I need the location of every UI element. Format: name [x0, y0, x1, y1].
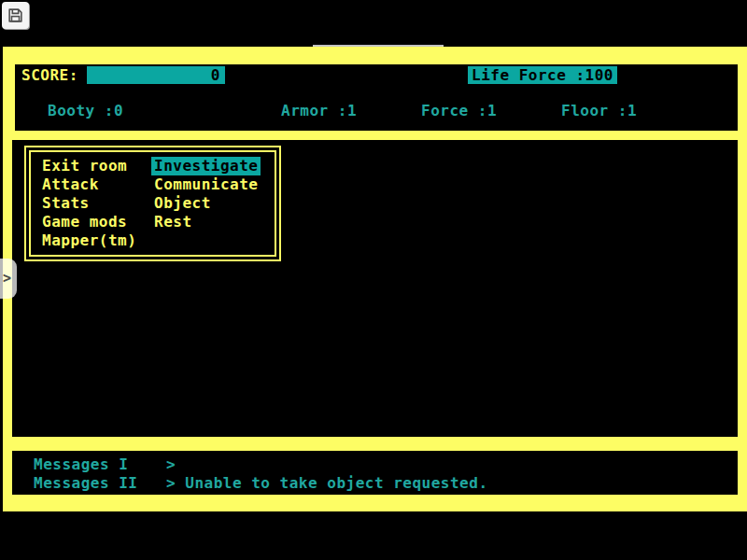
menu-box-inner-border: Exit room Attack Stats Game mods Mapper(… [29, 150, 276, 257]
game-screen: ßßß Bones ßßß SCORE: 0 Life Force :100 B… [0, 0, 747, 560]
status-panel: SCORE: 0 Life Force :100 Booty :0 Armor … [15, 64, 738, 131]
stat-armor: Armor :1 [281, 103, 357, 119]
menu-item-stats[interactable]: Stats [42, 194, 136, 213]
game-frame: SCORE: 0 Life Force :100 Booty :0 Armor … [3, 47, 747, 511]
menu-item-mapper[interactable]: Mapper(tm) [42, 231, 136, 250]
messages-panel: Messages I > Messages II > Unable to tak… [12, 451, 738, 495]
stat-force: Force :1 [421, 103, 497, 119]
message-line-1: Messages I > [12, 456, 738, 473]
floppy-disk-icon [7, 7, 23, 23]
stat-floor: Floor :1 [561, 103, 637, 119]
menu-item-object[interactable]: Object [154, 194, 261, 213]
menu-item-rest[interactable]: Rest [154, 213, 261, 231]
menu-box: Exit room Attack Stats Game mods Mapper(… [24, 146, 281, 261]
messages-1-label: Messages I [34, 456, 128, 473]
score-label: SCORE: [21, 67, 78, 84]
menu-item-communicate[interactable]: Communicate [154, 175, 261, 194]
menu-column-1: Exit room Attack Stats Game mods Mapper(… [42, 157, 136, 250]
menu-item-exit-room[interactable]: Exit room [42, 157, 136, 175]
menu-item-investigate[interactable]: Investigate [154, 157, 261, 175]
save-button[interactable] [2, 2, 29, 29]
message-line-2: Messages II > Unable to take object requ… [12, 475, 738, 492]
score-bar: 0 [87, 66, 225, 84]
main-panel: Exit room Attack Stats Game mods Mapper(… [12, 140, 738, 437]
side-panel-toggle[interactable]: > [0, 259, 17, 299]
stat-booty: Booty :0 [48, 103, 123, 119]
messages-2-text: > Unable to take object requested. [166, 475, 488, 492]
messages-1-text: > [166, 456, 176, 473]
chevron-right-icon: > [3, 272, 11, 286]
menu-item-attack[interactable]: Attack [42, 175, 136, 194]
menu-column-2: Investigate Communicate Object Rest [154, 157, 261, 231]
menu-item-game-mods[interactable]: Game mods [42, 213, 136, 231]
messages-2-label: Messages II [34, 475, 137, 492]
life-force-badge: Life Force :100 [468, 66, 617, 84]
score-value: 0 [211, 66, 220, 84]
